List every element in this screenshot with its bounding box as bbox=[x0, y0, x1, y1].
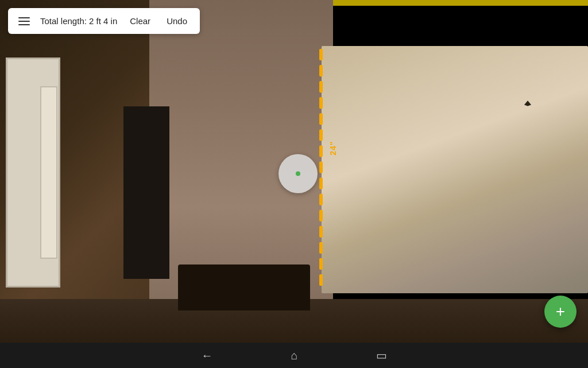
back-icon: ← bbox=[201, 349, 212, 362]
menu-button[interactable] bbox=[17, 16, 31, 26]
add-icon: + bbox=[556, 304, 565, 320]
measurement-label: 24" bbox=[328, 141, 338, 155]
recents-button[interactable]: ▭ bbox=[372, 344, 392, 367]
measurement-line bbox=[319, 49, 323, 288]
furniture bbox=[178, 264, 310, 310]
camera-view: 24" bbox=[0, 0, 588, 345]
drag-handle-dot bbox=[296, 171, 300, 176]
drag-handle[interactable] bbox=[278, 154, 318, 193]
menu-icon-line2 bbox=[18, 21, 30, 22]
door-frame bbox=[40, 86, 57, 259]
undo-button[interactable]: Undo bbox=[163, 14, 191, 28]
background-painting bbox=[322, 46, 588, 293]
add-point-button[interactable]: + bbox=[544, 296, 577, 328]
home-icon: ⌂ bbox=[291, 349, 297, 362]
menu-icon-line3 bbox=[18, 24, 30, 25]
back-button[interactable]: ← bbox=[196, 344, 217, 367]
doorway bbox=[123, 106, 169, 279]
total-length-label: Total length: 2 ft 4 in bbox=[40, 16, 117, 26]
menu-icon-line1 bbox=[18, 17, 30, 18]
home-button[interactable]: ⌂ bbox=[286, 344, 302, 367]
nav-bar: ← ⌂ ▭ bbox=[0, 343, 588, 368]
recents-icon: ▭ bbox=[376, 348, 387, 362]
clear-button[interactable]: Clear bbox=[126, 14, 154, 28]
toolbar: Total length: 2 ft 4 in Clear Undo bbox=[8, 8, 200, 34]
